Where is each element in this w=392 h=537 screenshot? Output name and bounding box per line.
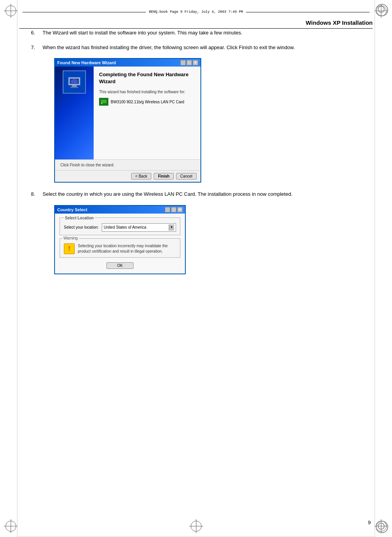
cs-location-label: Select your location: [64,225,99,230]
right-border [375,0,375,537]
hardware-wizard-svg [67,74,82,90]
fnhw-close-button[interactable]: ✕ [193,60,198,65]
fnhw-maximize-button[interactable]: □ [187,60,192,65]
fnhw-heading: Completing the Found New Hardware Wizard [99,71,195,85]
cs-titlebar: Country Select _ □ ✕ [55,206,185,214]
main-content: 6. The Wizard will start to install the … [31,29,369,282]
fnhw-buttons: < Back Finish Cancel [55,170,200,182]
step-8-number: 8. [31,190,43,198]
cs-warning-section: Warning ! Selecting your location incorr… [60,238,180,258]
header-line-left [22,12,146,12]
step-6-number: 6. [31,29,43,37]
step-8: 8. Select the country in which you are u… [31,190,369,198]
fnhw-body-text: This wizard has finished installing the … [99,90,195,94]
device-svg [100,99,108,105]
step-6-text: The Wizard will start to install the sof… [43,29,369,37]
cs-warning-text: Selecting your location incorrectly may … [78,243,176,254]
svg-point-6 [101,103,103,104]
fnhw-finish-button[interactable]: Finish [154,173,173,180]
cs-dropdown-value: United States of America [104,225,169,229]
svg-rect-5 [101,100,106,103]
fnhw-titlebar-buttons: _ □ ✕ [180,60,198,65]
header-bar: BENQ.book Page 9 Friday, July 4, 2003 7:… [19,9,373,15]
header-stamp: BENQ.book Page 9 Friday, July 4, 2003 7:… [149,10,243,14]
step-8-text: Select the country in which you are usin… [43,190,369,198]
svg-rect-2 [72,85,77,87]
page-title: Windows XP Installation [306,19,373,26]
cs-titlebar-buttons: _ □ ✕ [165,207,183,212]
fnhw-device-row: BW3100 802.11b/g Wireless LAN PC Card [99,98,195,106]
cs-minimize-button[interactable]: _ [165,207,170,212]
cs-ok-row: OK [60,261,180,270]
fnhw-footer-text: Click Finish to close the wizard. [55,159,200,170]
fnhw-dialog: Found New Hardware Wizard _ □ ✕ [54,58,201,183]
left-border [17,0,17,537]
cs-location-dropdown[interactable]: United States of America ▼ [102,223,176,232]
fnhw-device-icon [99,98,108,106]
crop-target-bm [191,521,202,532]
cs-location-title: Select Location [64,216,95,220]
fnhw-cancel-button[interactable]: Cancel [176,173,197,180]
cs-close-button[interactable]: ✕ [177,207,183,212]
cs-dialog: Country Select _ □ ✕ Select Location Sel… [54,205,186,274]
fnhw-dialog-container: Found New Hardware Wizard _ □ ✕ [54,58,369,183]
step-6: 6. The Wizard will start to install the … [31,29,369,37]
cs-warning-icon: ! [64,243,75,254]
cs-dropdown-arrow-icon[interactable]: ▼ [169,224,174,231]
header-line-right [246,12,370,12]
cs-warning-title: Warning [62,236,79,240]
page-number: 9 [368,520,371,525]
step-7-number: 7. [31,44,43,51]
cs-title: Country Select [57,207,87,212]
cs-warning-content: ! Selecting your location incorrectly ma… [64,243,176,254]
crop-target-tl [5,5,16,16]
fnhw-left-panel [55,67,94,159]
crop-target-bl [5,521,16,532]
cs-location-section: Select Location Select your location: Un… [60,217,180,235]
step-7: 7. When the wizard has finished installi… [31,44,369,51]
fnhw-right-panel: Completing the Found New Hardware Wizard… [94,67,200,159]
fnhw-titlebar: Found New Hardware Wizard _ □ ✕ [55,59,200,67]
fnhw-minimize-button[interactable]: _ [180,60,186,65]
fnhw-wizard-icon [63,70,86,94]
fnhw-spacer [99,109,195,140]
cs-dialog-container: Country Select _ □ ✕ Select Location Sel… [54,205,369,274]
fnhw-device-name: BW3100 802.11b/g Wireless LAN PC Card [111,100,184,104]
fnhw-back-button[interactable]: < Back [131,173,152,180]
cs-location-row: Select your location: United States of A… [64,223,176,232]
fnhw-title: Found New Hardware Wizard [57,60,116,65]
cs-maximize-button[interactable]: □ [171,207,176,212]
gear-decoration-br [376,521,388,533]
step-7-text: When the wizard has finished installing … [43,44,369,51]
cs-ok-button[interactable]: OK [106,262,134,269]
cs-body: Select Location Select your location: Un… [55,214,185,274]
svg-rect-3 [70,87,78,88]
fnhw-body: Completing the Found New Hardware Wizard… [55,67,200,159]
page-header: Windows XP Installation [19,19,373,29]
gear-decoration-tr [376,4,388,16]
